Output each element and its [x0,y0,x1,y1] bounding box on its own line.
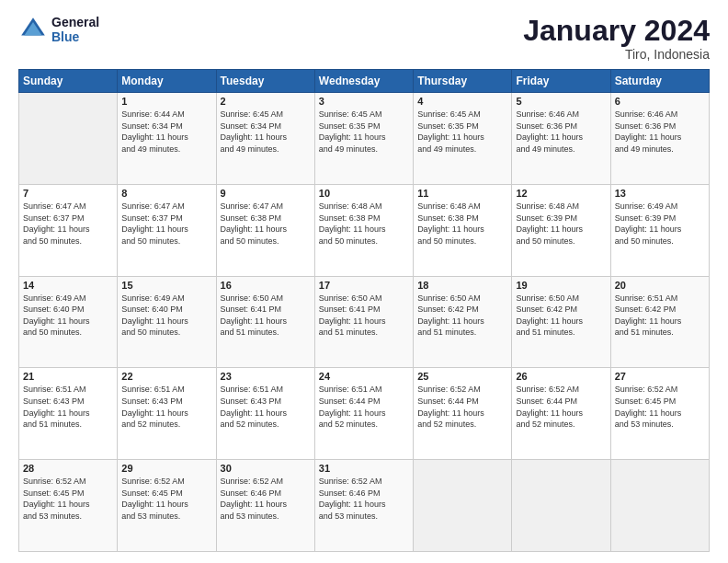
title-section: January 2024 Tiro, Indonesia [523,15,710,62]
day-info: Sunrise: 6:50 AM Sunset: 6:42 PM Dayligh… [516,293,606,339]
day-number: 15 [121,280,211,291]
day-number: 13 [615,188,705,199]
table-row: 10Sunrise: 6:48 AM Sunset: 6:38 PM Dayli… [314,184,413,276]
table-row: 28Sunrise: 6:52 AM Sunset: 6:45 PM Dayli… [19,460,118,552]
day-number: 2 [221,96,311,107]
day-info: Sunrise: 6:51 AM Sunset: 6:43 PM Dayligh… [23,384,113,430]
day-info: Sunrise: 6:51 AM Sunset: 6:43 PM Dayligh… [121,384,211,430]
header-row: Sunday Monday Tuesday Wednesday Thursday… [19,70,710,93]
table-row: 4Sunrise: 6:45 AM Sunset: 6:35 PM Daylig… [414,93,512,185]
day-info: Sunrise: 6:51 AM Sunset: 6:42 PM Dayligh… [615,293,705,339]
day-info: Sunrise: 6:51 AM Sunset: 6:43 PM Dayligh… [221,384,311,430]
main-title: January 2024 [523,15,710,47]
calendar-week-row: 21Sunrise: 6:51 AM Sunset: 6:43 PM Dayli… [19,368,710,460]
day-info: Sunrise: 6:52 AM Sunset: 6:45 PM Dayligh… [23,476,113,522]
day-number: 14 [23,280,113,291]
col-saturday: Saturday [610,70,709,93]
table-row: 13Sunrise: 6:49 AM Sunset: 6:39 PM Dayli… [610,184,709,276]
table-row: 12Sunrise: 6:48 AM Sunset: 6:39 PM Dayli… [512,184,610,276]
table-row: 16Sunrise: 6:50 AM Sunset: 6:41 PM Dayli… [216,276,314,368]
day-number: 4 [417,96,507,107]
table-row: 27Sunrise: 6:52 AM Sunset: 6:45 PM Dayli… [610,368,709,460]
table-row: 8Sunrise: 6:47 AM Sunset: 6:37 PM Daylig… [118,184,216,276]
day-info: Sunrise: 6:45 AM Sunset: 6:34 PM Dayligh… [221,109,311,155]
day-number: 24 [319,371,409,382]
day-info: Sunrise: 6:47 AM Sunset: 6:38 PM Dayligh… [221,201,311,247]
day-number: 3 [319,96,409,107]
table-row: 9Sunrise: 6:47 AM Sunset: 6:38 PM Daylig… [216,184,314,276]
day-info: Sunrise: 6:51 AM Sunset: 6:44 PM Dayligh… [319,384,409,430]
table-row: 26Sunrise: 6:52 AM Sunset: 6:44 PM Dayli… [512,368,610,460]
calendar-week-row: 7Sunrise: 6:47 AM Sunset: 6:37 PM Daylig… [19,184,710,276]
table-row [512,460,610,552]
day-number: 31 [319,463,409,474]
calendar-header: Sunday Monday Tuesday Wednesday Thursday… [19,70,710,93]
subtitle: Tiro, Indonesia [523,47,710,62]
table-row: 6Sunrise: 6:46 AM Sunset: 6:36 PM Daylig… [610,93,709,185]
day-info: Sunrise: 6:49 AM Sunset: 6:40 PM Dayligh… [121,293,211,339]
col-sunday: Sunday [19,70,118,93]
calendar-week-row: 1Sunrise: 6:44 AM Sunset: 6:34 PM Daylig… [19,93,710,185]
col-monday: Monday [118,70,216,93]
col-wednesday: Wednesday [314,70,413,93]
day-number: 1 [121,96,211,107]
day-number: 7 [23,188,113,199]
day-info: Sunrise: 6:52 AM Sunset: 6:44 PM Dayligh… [417,384,507,430]
day-info: Sunrise: 6:52 AM Sunset: 6:46 PM Dayligh… [221,476,311,522]
day-number: 11 [417,188,507,199]
day-info: Sunrise: 6:52 AM Sunset: 6:46 PM Dayligh… [319,476,409,522]
day-info: Sunrise: 6:45 AM Sunset: 6:35 PM Dayligh… [319,109,409,155]
day-number: 5 [516,96,606,107]
day-number: 30 [221,463,311,474]
calendar-body: 1Sunrise: 6:44 AM Sunset: 6:34 PM Daylig… [19,93,710,552]
day-number: 10 [319,188,409,199]
day-info: Sunrise: 6:48 AM Sunset: 6:39 PM Dayligh… [516,201,606,247]
day-number: 18 [417,280,507,291]
day-info: Sunrise: 6:46 AM Sunset: 6:36 PM Dayligh… [615,109,705,155]
table-row: 25Sunrise: 6:52 AM Sunset: 6:44 PM Dayli… [414,368,512,460]
table-row: 20Sunrise: 6:51 AM Sunset: 6:42 PM Dayli… [610,276,709,368]
table-row: 29Sunrise: 6:52 AM Sunset: 6:45 PM Dayli… [118,460,216,552]
table-row: 19Sunrise: 6:50 AM Sunset: 6:42 PM Dayli… [512,276,610,368]
day-number: 29 [121,463,211,474]
table-row [19,93,118,185]
day-number: 25 [417,371,507,382]
logo-icon [18,15,48,44]
day-info: Sunrise: 6:44 AM Sunset: 6:34 PM Dayligh… [121,109,211,155]
table-row: 23Sunrise: 6:51 AM Sunset: 6:43 PM Dayli… [216,368,314,460]
header: General Blue January 2024 Tiro, Indonesi… [18,15,710,62]
day-info: Sunrise: 6:50 AM Sunset: 6:42 PM Dayligh… [417,293,507,339]
table-row: 1Sunrise: 6:44 AM Sunset: 6:34 PM Daylig… [118,93,216,185]
table-row [414,460,512,552]
day-info: Sunrise: 6:48 AM Sunset: 6:38 PM Dayligh… [417,201,507,247]
table-row [610,460,709,552]
day-number: 17 [319,280,409,291]
day-number: 26 [516,371,606,382]
day-info: Sunrise: 6:49 AM Sunset: 6:40 PM Dayligh… [23,293,113,339]
day-info: Sunrise: 6:46 AM Sunset: 6:36 PM Dayligh… [516,109,606,155]
day-info: Sunrise: 6:48 AM Sunset: 6:38 PM Dayligh… [319,201,409,247]
col-tuesday: Tuesday [216,70,314,93]
day-info: Sunrise: 6:47 AM Sunset: 6:37 PM Dayligh… [23,201,113,247]
logo-text: General Blue [51,15,99,44]
table-row: 22Sunrise: 6:51 AM Sunset: 6:43 PM Dayli… [118,368,216,460]
table-row: 18Sunrise: 6:50 AM Sunset: 6:42 PM Dayli… [414,276,512,368]
day-number: 21 [23,371,113,382]
page: General Blue January 2024 Tiro, Indonesi… [0,0,728,563]
calendar-week-row: 14Sunrise: 6:49 AM Sunset: 6:40 PM Dayli… [19,276,710,368]
col-thursday: Thursday [414,70,512,93]
day-info: Sunrise: 6:50 AM Sunset: 6:41 PM Dayligh… [319,293,409,339]
day-number: 12 [516,188,606,199]
day-info: Sunrise: 6:45 AM Sunset: 6:35 PM Dayligh… [417,109,507,155]
calendar-week-row: 28Sunrise: 6:52 AM Sunset: 6:45 PM Dayli… [19,460,710,552]
table-row: 2Sunrise: 6:45 AM Sunset: 6:34 PM Daylig… [216,93,314,185]
table-row: 14Sunrise: 6:49 AM Sunset: 6:40 PM Dayli… [19,276,118,368]
table-row: 30Sunrise: 6:52 AM Sunset: 6:46 PM Dayli… [216,460,314,552]
table-row: 11Sunrise: 6:48 AM Sunset: 6:38 PM Dayli… [414,184,512,276]
table-row: 17Sunrise: 6:50 AM Sunset: 6:41 PM Dayli… [314,276,413,368]
day-number: 23 [221,371,311,382]
logo: General Blue [18,15,99,44]
day-info: Sunrise: 6:52 AM Sunset: 6:45 PM Dayligh… [615,384,705,430]
day-number: 16 [221,280,311,291]
day-number: 20 [615,280,705,291]
